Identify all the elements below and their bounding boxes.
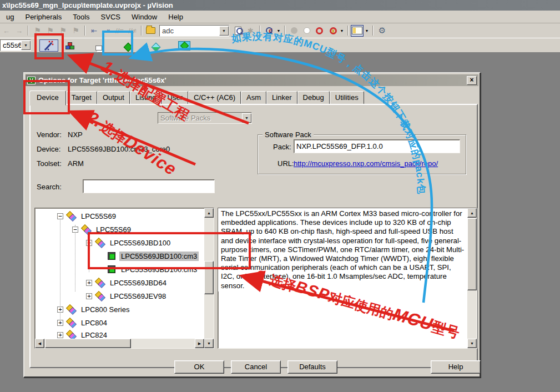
- menu-debug[interactable]: ug: [1, 12, 19, 22]
- tab-utilities[interactable]: Utilities: [330, 91, 364, 104]
- software-components-icon[interactable]: [150, 42, 163, 53]
- tab-debug[interactable]: Debug: [297, 91, 330, 104]
- options-for-target-button[interactable]: [39, 39, 58, 52]
- menu-svcs[interactable]: SVCS: [96, 12, 125, 22]
- scroll-left-icon[interactable]: ◀: [35, 339, 44, 348]
- device-family-icon: [67, 319, 76, 327]
- tree-row[interactable]: +LPC55S69JEV98: [86, 289, 168, 303]
- tree-label: LPC55S69: [94, 225, 133, 234]
- vscroll-thumb[interactable]: [467, 218, 477, 290]
- tab-device[interactable]: Device: [29, 91, 66, 105]
- tree-row[interactable]: +LPC55S69JBD64: [86, 276, 168, 289]
- scroll-right-icon[interactable]: ▶: [195, 339, 204, 348]
- tree-row[interactable]: −LPC55S69: [72, 223, 133, 236]
- expand-icon[interactable]: +: [86, 293, 92, 299]
- manage-rte-icon[interactable]: [63, 41, 76, 52]
- description-vscrollbar[interactable]: ▲ ▼: [467, 208, 477, 348]
- expand-icon[interactable]: +: [57, 320, 63, 326]
- manage-project-items-icon[interactable]: [93, 42, 105, 54]
- device-value: LPC55S69JBD100:cm33_core0: [68, 145, 170, 153]
- layout-dropdown-icon[interactable]: ▼: [364, 25, 370, 37]
- defaults-button[interactable]: Defaults: [287, 360, 337, 374]
- expand-icon[interactable]: +: [57, 332, 63, 338]
- tab-asm[interactable]: Asm: [241, 91, 266, 104]
- tab-cpp[interactable]: C/C++ (AC6): [188, 91, 241, 104]
- pack-url-link[interactable]: http://mcuxpresso.nxp.com/cmsis_pack/rep…: [294, 159, 438, 168]
- target-select-combobox[interactable]: c55s6x ▼: [0, 39, 31, 51]
- incremental-find-icon[interactable]: ✱: [244, 25, 257, 37]
- forward-arrow-icon[interactable]: →: [13, 25, 26, 37]
- uncomment-icon[interactable]: //≠: [126, 25, 139, 37]
- tree-row[interactable]: LPC55S69JBD100:cm3: [108, 263, 199, 276]
- disable-all-breakpoints-icon[interactable]: [313, 25, 326, 37]
- collapse-icon[interactable]: −: [72, 227, 78, 233]
- comment-icon[interactable]: //≡: [113, 25, 126, 37]
- enable-breakpoint-icon[interactable]: [300, 25, 313, 37]
- tab-output[interactable]: Output: [97, 91, 130, 104]
- help-button[interactable]: Help: [431, 360, 481, 374]
- chevron-down-icon: ▼: [242, 113, 251, 123]
- insert-breakpoint-icon[interactable]: [287, 25, 300, 37]
- menu-help[interactable]: Help: [163, 12, 188, 22]
- chevron-down-icon[interactable]: ▼: [219, 26, 229, 36]
- ok-button[interactable]: OK: [174, 360, 224, 374]
- cancel-button[interactable]: Cancel: [231, 360, 281, 374]
- toolbar-build: c55s6x ▼: [0, 38, 560, 52]
- bookmark-icon[interactable]: [31, 25, 44, 37]
- tree-row[interactable]: −LPC55S69: [57, 209, 118, 223]
- chip-icon: [108, 265, 115, 273]
- tab-user[interactable]: User: [162, 91, 188, 104]
- tab-listing[interactable]: Listing: [130, 91, 162, 104]
- debug-session-icon[interactable]: d: [263, 25, 275, 37]
- scroll-up-icon[interactable]: ▲: [204, 208, 214, 218]
- kill-all-breakpoints-icon[interactable]: x: [326, 25, 339, 37]
- pack-installer-icon[interactable]: [178, 40, 191, 52]
- toolbar-separator: [284, 26, 285, 36]
- tab-target[interactable]: Target: [66, 91, 97, 104]
- chevron-down-icon[interactable]: ▼: [21, 41, 31, 50]
- collapse-icon[interactable]: −: [86, 240, 92, 246]
- toolset-label: Toolset:: [37, 159, 62, 168]
- project-window-layout-icon[interactable]: [351, 25, 364, 37]
- menu-peripherals[interactable]: Peripherals: [20, 12, 67, 22]
- next-bookmark-icon[interactable]: [57, 25, 69, 37]
- indent-icon[interactable]: ⇥: [100, 25, 113, 37]
- find-combobox[interactable]: adc ▼: [159, 25, 229, 37]
- tree-row[interactable]: +LPC804: [57, 316, 109, 329]
- configure-wrench-icon[interactable]: ⚙: [376, 25, 389, 37]
- scroll-up-icon[interactable]: ▲: [467, 208, 477, 218]
- menu-tools[interactable]: Tools: [68, 12, 94, 22]
- tree-hscrollbar[interactable]: ◀ ▶: [35, 339, 204, 348]
- scroll-down-icon[interactable]: ▼: [467, 339, 477, 348]
- tree-row[interactable]: −LPC55S69JBD100: [86, 236, 172, 249]
- close-icon[interactable]: ×: [467, 76, 477, 85]
- collapse-icon[interactable]: −: [57, 213, 63, 219]
- select-software-packs-icon[interactable]: [122, 42, 134, 53]
- software-pack-group-label: Software Pack: [263, 130, 314, 139]
- toolbar-separator: [84, 26, 85, 36]
- vscroll-thumb[interactable]: [204, 261, 214, 294]
- expand-icon[interactable]: +: [57, 306, 63, 313]
- window-title: x\lpc55s69_mgn_lpcup\template.uvprojx - …: [2, 1, 173, 9]
- scroll-down-icon[interactable]: ▼: [204, 339, 214, 348]
- unindent-icon[interactable]: ⇤: [88, 25, 100, 37]
- prev-bookmark-icon[interactable]: [44, 25, 57, 37]
- tab-linker[interactable]: Linker: [266, 91, 297, 104]
- breakpoints-dropdown-icon[interactable]: ▼: [339, 25, 345, 37]
- device-tree: −LPC55S69 −LPC55S69 −LPC55S69JBD100 LPC5…: [34, 208, 214, 349]
- back-arrow-icon[interactable]: ←: [0, 25, 13, 37]
- tree-vscrollbar[interactable]: ▲: [204, 208, 214, 339]
- hscroll-thumb[interactable]: [45, 339, 131, 348]
- search-input[interactable]: [83, 179, 215, 193]
- menu-window[interactable]: Window: [127, 12, 162, 22]
- debug-dropdown-icon[interactable]: ▼: [275, 25, 282, 37]
- tree-row-selected[interactable]: LPC55S69JBD100:cm3: [108, 249, 199, 263]
- find-in-files-icon[interactable]: [144, 25, 157, 37]
- magic-wand-icon: [43, 40, 54, 51]
- menu-bar: ug Peripherals Tools SVCS Window Help: [0, 11, 560, 23]
- tree-row[interactable]: +LPC800 Series: [57, 303, 131, 316]
- clear-bookmarks-icon[interactable]: [69, 25, 82, 37]
- software-packs-combobox[interactable]: Software Packs ▼: [158, 112, 252, 124]
- find-in-document-icon[interactable]: [231, 25, 244, 37]
- expand-icon[interactable]: +: [86, 280, 92, 286]
